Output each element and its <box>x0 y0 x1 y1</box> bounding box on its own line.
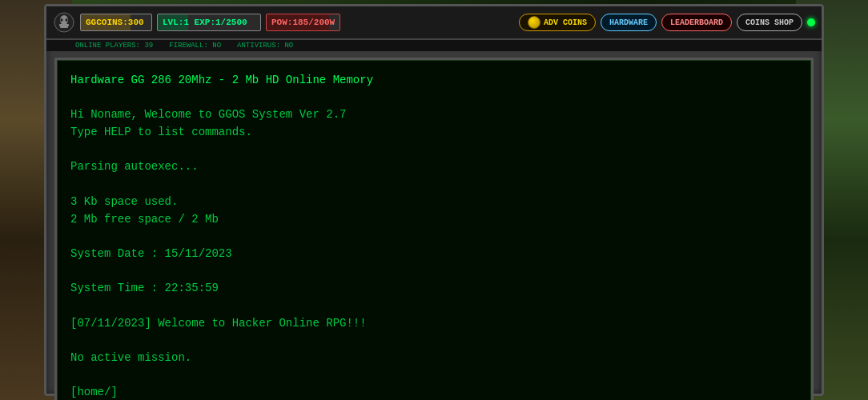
terminal-line: System Time : 22:35:59 <box>70 280 798 298</box>
svg-rect-2 <box>59 24 69 26</box>
level-label: LVL:1 EXP:1/2500 <box>163 18 247 27</box>
terminal-line: System Date : 15/11/2023 <box>70 246 798 263</box>
terminal-line: [home/] <box>70 384 798 400</box>
terminal-line: Hi Noname, Welcome to GGOS System Ver 2.… <box>70 106 798 124</box>
svg-point-5 <box>66 18 68 22</box>
top-status-bar: GGCOINS:300 LVL:1 EXP:1/2500 POW:185/200… <box>46 6 822 40</box>
terminal-wrapper: Hardware GG 286 20Mhz - 2 Mb HD Online M… <box>54 58 814 400</box>
anon-logo-icon <box>53 11 75 34</box>
online-status-dot <box>807 18 815 26</box>
nav-buttons: ADV COINS HARDWARE LEADERBOARD COINS SHO… <box>519 14 815 31</box>
svg-point-4 <box>61 18 63 22</box>
terminal-line <box>70 142 798 159</box>
ggcoins-bar: GGCOINS:300 <box>80 14 152 31</box>
leaderboard-button[interactable]: LEADERBOARD <box>661 14 732 31</box>
terminal-line: Type HELP to list commands. <box>70 124 798 142</box>
antivirus-stat: ANTIVIRUS: NO <box>237 42 293 50</box>
coins-shop-button[interactable]: COINS SHOP <box>737 14 802 31</box>
terminal-line: Hardware GG 286 20Mhz - 2 Mb HD Online M… <box>70 72 798 90</box>
terminal-screen: Hardware GG 286 20Mhz - 2 Mb HD Online M… <box>57 60 811 400</box>
computer-frame: GGCOINS:300 LVL:1 EXP:1/2500 POW:185/200… <box>44 4 824 396</box>
pow-bar: POW:185/200W <box>266 14 340 31</box>
terminal-line <box>70 298 798 315</box>
adv-coins-button[interactable]: ADV COINS <box>519 14 596 31</box>
hardware-button[interactable]: HARDWARE <box>601 14 657 31</box>
terminal-line: 3 Kb space used. <box>70 194 798 211</box>
terminal-line: Parsing autoexec... <box>70 158 798 176</box>
level-bar: LVL:1 EXP:1/2500 <box>157 14 261 31</box>
coin-icon <box>528 16 540 29</box>
terminal-line <box>70 228 798 246</box>
terminal-line <box>70 176 798 194</box>
pow-label: POW:185/200W <box>271 18 335 27</box>
online-players-stat: ONLINE PLAYERS: 39 <box>75 42 153 50</box>
terminal-line: No active mission. <box>70 350 798 367</box>
sub-stats-row: ONLINE PLAYERS: 39 FIREWALL: NO ANTIVIRU… <box>46 40 822 51</box>
terminal-line <box>70 332 798 350</box>
svg-rect-3 <box>60 26 68 28</box>
firewall-stat: FIREWALL: NO <box>169 42 221 50</box>
terminal-line <box>70 263 798 281</box>
terminal-line <box>70 90 798 107</box>
ggcoins-label: GGCOINS:300 <box>86 18 144 27</box>
terminal-line <box>70 367 798 385</box>
terminal-line: 2 Mb free space / 2 Mb <box>70 211 798 229</box>
terminal-line: [07/11/2023] Welcome to Hacker Online RP… <box>70 315 798 333</box>
